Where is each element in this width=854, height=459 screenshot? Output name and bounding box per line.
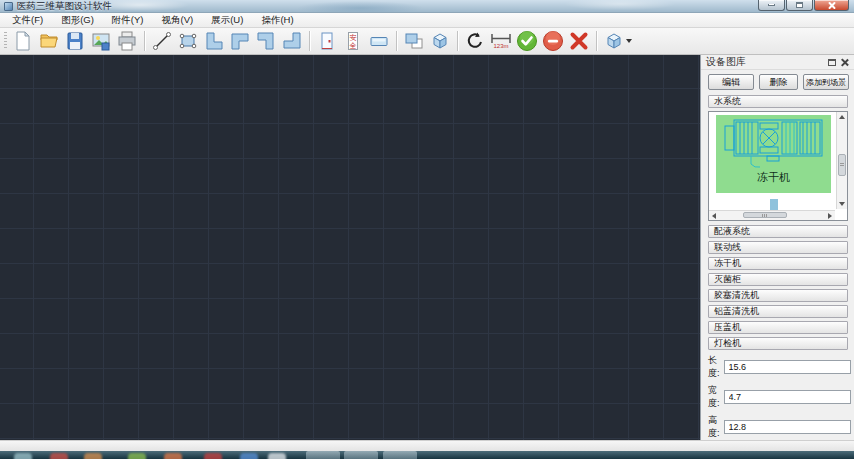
confirm-button[interactable] <box>514 30 540 53</box>
door-button[interactable] <box>314 30 340 53</box>
toolbar-separator <box>144 31 145 51</box>
close-button[interactable] <box>814 0 849 11</box>
maximize-button[interactable] <box>786 0 813 11</box>
corner-wall-3-button[interactable] <box>253 30 279 53</box>
category-stopper-washer[interactable]: 胶塞清洗机 <box>708 289 848 302</box>
rect-node-tool-icon <box>178 31 198 51</box>
taskbar-icon <box>50 453 68 459</box>
corner-wall-3-icon <box>256 31 276 51</box>
toolbar-separator <box>596 31 597 51</box>
export-image-icon <box>91 31 111 51</box>
copy-2d-icon <box>404 31 424 51</box>
category-sterilizer[interactable]: 灭菌柜 <box>708 273 848 286</box>
category-linkage-line[interactable]: 联动线 <box>708 241 848 254</box>
delete-item-button[interactable]: 删除 <box>759 74 798 90</box>
svg-text:123m: 123m <box>493 43 508 49</box>
length-input[interactable] <box>724 360 851 374</box>
print-button[interactable] <box>114 30 140 53</box>
save-icon <box>65 31 85 51</box>
cube-3d-button[interactable] <box>427 30 453 53</box>
window-button[interactable] <box>366 30 392 53</box>
menu-display[interactable]: 展示(U) <box>202 13 252 28</box>
category-accordion: 配液系统 联动线 冻干机 灭菌柜 胶塞清洗机 铝盖清洗机 压盖机 灯检机 <box>701 223 854 351</box>
length-label: 长度: <box>708 354 720 380</box>
line-tool-button[interactable] <box>149 30 175 53</box>
toolbar-grip[interactable] <box>4 32 7 50</box>
safety-door-icon: 安 全 <box>343 31 363 51</box>
measure-button[interactable]: 123m <box>488 30 514 53</box>
minimize-icon <box>768 4 775 6</box>
dimension-fields: 长度: 宽度: 高度: <box>701 351 854 440</box>
taskbar-icon <box>164 453 182 459</box>
corner-wall-4-icon <box>282 31 302 51</box>
taskbar-button[interactable] <box>344 451 378 459</box>
category-capping-machine[interactable]: 压盖机 <box>708 321 848 334</box>
taskbar-button[interactable] <box>306 451 340 459</box>
vertical-scroll-thumb[interactable] <box>838 154 846 176</box>
add-to-scene-button[interactable]: 添加到场景 <box>803 74 849 90</box>
equipment-library-panel: 设备图库 编辑 删除 添加到场景 水系统 <box>700 55 854 440</box>
corner-wall-2-button[interactable] <box>227 30 253 53</box>
library-horizontal-scrollbar[interactable] <box>709 210 835 220</box>
category-cap-washer[interactable]: 铝盖清洗机 <box>708 305 848 318</box>
delete-icon <box>568 30 590 52</box>
window-icon <box>369 31 389 51</box>
corner-wall-4-button[interactable] <box>279 30 305 53</box>
maximize-icon <box>796 2 803 8</box>
panel-buttons: 编辑 删除 添加到场景 <box>701 70 854 93</box>
panel-header: 设备图库 <box>701 55 854 70</box>
new-file-button[interactable] <box>10 30 36 53</box>
rect-node-tool-button[interactable] <box>175 30 201 53</box>
minimize-button[interactable] <box>758 0 785 11</box>
delete-button[interactable] <box>566 30 592 53</box>
menu-file[interactable]: 文件(F) <box>3 13 52 28</box>
close-icon <box>828 1 836 9</box>
horizontal-scroll-thumb[interactable] <box>743 212 787 218</box>
view-mode-button[interactable] <box>601 30 635 53</box>
corner-wall-1-icon <box>204 31 224 51</box>
edit-button[interactable]: 编辑 <box>708 74 754 90</box>
menu-view[interactable]: 视角(V) <box>153 13 203 28</box>
category-liquid-prep[interactable]: 配液系统 <box>708 225 848 238</box>
taskbar-icon <box>84 453 102 459</box>
library-vertical-scrollbar[interactable] <box>836 112 847 209</box>
safety-door-button[interactable]: 安 全 <box>340 30 366 53</box>
rotate-button[interactable] <box>462 30 488 53</box>
app-window: 医药三维草图设计软件 文件(F) 图形(G) 附件(Y) 视角(V) 展示(U)… <box>0 0 854 459</box>
length-row: 长度: <box>708 354 848 380</box>
remove-button[interactable] <box>540 30 566 53</box>
scroll-down-icon <box>839 202 845 206</box>
library-item-selected[interactable]: 冻干机 <box>716 115 831 193</box>
drawing-canvas[interactable] <box>0 55 700 440</box>
door-icon <box>317 31 337 51</box>
menu-graphics[interactable]: 图形(G) <box>52 13 103 28</box>
os-taskbar[interactable] <box>0 451 854 459</box>
open-folder-button[interactable] <box>36 30 62 53</box>
category-light-inspector[interactable]: 灯检机 <box>708 337 848 350</box>
width-input[interactable] <box>724 390 851 404</box>
save-button[interactable] <box>62 30 88 53</box>
width-row: 宽度: <box>708 384 848 410</box>
height-input[interactable] <box>724 420 851 434</box>
category-freeze-dryer[interactable]: 冻干机 <box>708 257 848 270</box>
taskbar-button[interactable] <box>383 451 417 459</box>
taskbar-icon <box>14 453 32 459</box>
category-water-system[interactable]: 水系统 <box>708 95 848 108</box>
corner-wall-2-icon <box>230 31 250 51</box>
height-label: 高度: <box>708 414 720 440</box>
panel-close-icon[interactable] <box>841 58 849 66</box>
menu-operations[interactable]: 操作(H) <box>252 13 302 28</box>
menu-attachments[interactable]: 附件(Y) <box>103 13 153 28</box>
width-label: 宽度: <box>708 384 720 410</box>
toolbar-separator <box>309 31 310 51</box>
float-panel-icon[interactable] <box>828 59 836 66</box>
rotate-icon <box>465 31 485 51</box>
toolbar: 安 全 <box>0 28 854 55</box>
confirm-icon <box>516 30 538 52</box>
export-image-button[interactable] <box>88 30 114 53</box>
height-row: 高度: <box>708 414 848 440</box>
corner-wall-1-button[interactable] <box>201 30 227 53</box>
copy-2d-button[interactable] <box>401 30 427 53</box>
menubar: 文件(F) 图形(G) 附件(Y) 视角(V) 展示(U) 操作(H) <box>0 13 854 28</box>
app-icon <box>4 2 13 11</box>
